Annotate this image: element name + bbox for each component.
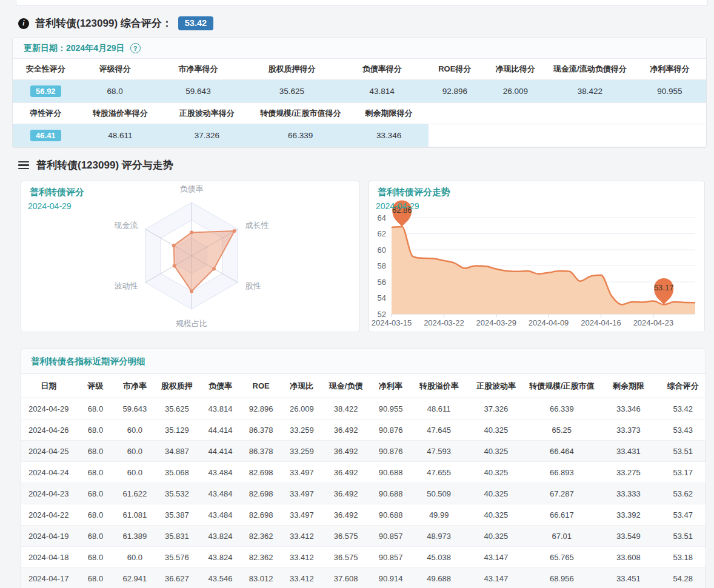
radar-data-point bbox=[172, 244, 176, 247]
table-cell: 36.492 bbox=[323, 419, 369, 441]
table-cell: 36.575 bbox=[323, 547, 369, 568]
table-cell: 44.414 bbox=[199, 419, 242, 441]
radar-panel: 普利转债评分 2024-04-29 负债率成长性股性规模占比波动性现金流 bbox=[21, 181, 359, 332]
radar-data-point bbox=[190, 230, 193, 234]
table-cell: 46.41 bbox=[13, 124, 79, 147]
table-cell: 83.012 bbox=[241, 568, 280, 588]
table-cell: 37.326 bbox=[465, 398, 527, 419]
svg-text:2024-03-22: 2024-03-22 bbox=[424, 318, 464, 327]
column-header: 评级得分 bbox=[79, 59, 152, 80]
trend-panel: 普利转债评分走势 2024-04-29 525456586062642024-0… bbox=[369, 181, 705, 332]
svg-text:54: 54 bbox=[378, 293, 386, 302]
column-header: 负债率 bbox=[199, 374, 242, 398]
table-cell: 53.47 bbox=[660, 504, 706, 526]
table-cell: 36.575 bbox=[323, 526, 369, 547]
table-cell: 2024-04-17 bbox=[21, 568, 76, 588]
table-cell: 35.068 bbox=[155, 462, 199, 483]
table-cell: 43.484 bbox=[199, 462, 242, 483]
table-cell: 43.147 bbox=[465, 568, 527, 588]
table-cell: 66.893 bbox=[527, 462, 596, 483]
table-cell: 56.92 bbox=[13, 80, 79, 103]
svg-text:现金流: 现金流 bbox=[113, 221, 138, 230]
table-cell: 43.814 bbox=[199, 398, 242, 419]
column-header: 净现比 bbox=[281, 374, 323, 398]
table-cell: 36.492 bbox=[323, 462, 369, 483]
table-cell: 53.62 bbox=[660, 483, 706, 504]
table-cell: 2024-04-24 bbox=[21, 462, 76, 483]
column-header: 负债率得分 bbox=[339, 59, 425, 80]
score-value-row: 56.9268.059.64335.62543.81492.89626.0093… bbox=[13, 80, 706, 103]
table-cell: 92.896 bbox=[425, 80, 484, 103]
table-cell: 33.259 bbox=[281, 419, 323, 441]
table-cell: 49.688 bbox=[413, 568, 465, 588]
table-cell: 40.325 bbox=[465, 483, 527, 504]
table-cell: 47.593 bbox=[413, 441, 465, 462]
table-cell: 92.896 bbox=[241, 398, 280, 419]
table-cell: 44.414 bbox=[199, 441, 242, 462]
table-cell: 68.0 bbox=[79, 80, 152, 103]
table-cell: 36.492 bbox=[323, 504, 369, 526]
table-cell: 35.625 bbox=[155, 398, 199, 419]
table-cell: 68.0 bbox=[76, 462, 115, 483]
table-cell: 82.698 bbox=[241, 462, 280, 483]
table-cell: 2024-04-25 bbox=[21, 441, 76, 462]
radar-chart-title: 普利转债评分 bbox=[30, 187, 84, 198]
table-cell: 36.627 bbox=[155, 568, 199, 588]
column-header: 正股波动率得分 bbox=[162, 103, 252, 124]
table-row: 2024-04-2968.059.64335.62543.81492.89626… bbox=[21, 398, 706, 419]
table-cell: 60.0 bbox=[115, 441, 155, 462]
help-icon[interactable]: ? bbox=[130, 43, 141, 53]
header-filler bbox=[429, 103, 706, 124]
detail-table: 日期评级市净率股权质押负债率ROE净现比现金/负债净利率转股溢价率正股波动率转债… bbox=[21, 374, 706, 588]
column-header: 现金流/流动负债得分 bbox=[547, 59, 633, 80]
svg-text:2024-03-15: 2024-03-15 bbox=[372, 318, 412, 327]
table-cell: 82.698 bbox=[241, 504, 280, 526]
column-header: 净利率得分 bbox=[633, 59, 706, 80]
column-header: 股权质押得分 bbox=[245, 59, 338, 80]
table-cell: 43.484 bbox=[199, 504, 242, 526]
column-header: 净利率 bbox=[369, 374, 412, 398]
table-cell: 33.346 bbox=[349, 124, 429, 147]
table-cell: 48.973 bbox=[413, 526, 465, 547]
column-header: 转股溢价率得分 bbox=[79, 103, 162, 124]
column-header: 现金/负债 bbox=[323, 374, 369, 398]
table-cell: 67.287 bbox=[527, 483, 596, 504]
table-cell: 36.492 bbox=[323, 441, 369, 462]
table-cell: 50.509 bbox=[413, 483, 465, 504]
table-row: 2024-04-1868.060.035.57643.82482.36233.4… bbox=[21, 547, 706, 568]
table-cell: 33.373 bbox=[596, 419, 660, 441]
column-header: ROE bbox=[241, 374, 280, 398]
table-cell: 40.325 bbox=[465, 441, 527, 462]
table-cell: 59.643 bbox=[115, 398, 155, 419]
column-header: 正股波动率 bbox=[465, 374, 527, 398]
table-cell: 54.28 bbox=[660, 568, 706, 588]
column-header: 综合评分 bbox=[660, 374, 706, 398]
score-value-row: 46.4148.61137.32666.33933.346 bbox=[13, 124, 706, 147]
table-cell: 68.0 bbox=[76, 547, 115, 568]
svg-text:2024-04-09: 2024-04-09 bbox=[529, 318, 569, 327]
table-cell: 68.0 bbox=[76, 526, 115, 547]
table-cell: 66.339 bbox=[527, 398, 596, 419]
composite-score-badge: 53.42 bbox=[178, 16, 213, 30]
elasticity-score-badge: 46.41 bbox=[30, 130, 61, 141]
table-cell: 35.576 bbox=[155, 547, 199, 568]
table-cell: 40.325 bbox=[465, 462, 527, 483]
table-cell: 33.549 bbox=[596, 526, 660, 547]
detail-table-title: 普利转债各指标近期评分明细 bbox=[21, 349, 706, 374]
table-cell: 60.0 bbox=[115, 462, 155, 483]
column-header: 净现比得分 bbox=[484, 59, 547, 80]
info-icon: i bbox=[18, 18, 29, 29]
table-cell: 37.608 bbox=[323, 568, 369, 588]
table-cell: 68.0 bbox=[76, 504, 115, 526]
score-header-row: 安全性评分评级得分市净率得分股权质押得分负债率得分ROE得分净现比得分现金流/流… bbox=[13, 59, 706, 80]
table-cell: 33.333 bbox=[596, 483, 660, 504]
charts-row: 普利转债评分 2024-04-29 负债率成长性股性规模占比波动性现金流 普利转… bbox=[21, 181, 705, 332]
score-tables: 安全性评分评级得分市净率得分股权质押得分负债率得分ROE得分净现比得分现金流/流… bbox=[13, 59, 706, 147]
table-cell: 43.484 bbox=[199, 483, 242, 504]
table-cell: 35.625 bbox=[245, 80, 338, 103]
radar-chart[interactable]: 负债率成长性股性规模占比波动性现金流 bbox=[21, 181, 358, 330]
table-cell: 90.955 bbox=[369, 398, 412, 419]
table-cell: 26.009 bbox=[484, 80, 547, 103]
table-cell: 53.51 bbox=[660, 441, 706, 462]
column-header: 转债规模/正股市值得分 bbox=[252, 103, 349, 124]
